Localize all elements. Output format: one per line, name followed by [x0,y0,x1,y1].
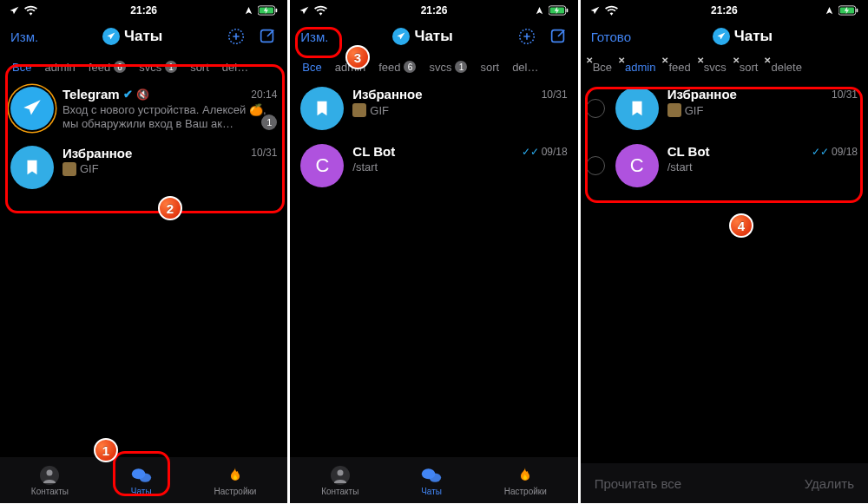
folder-tab[interactable]: admin [44,61,75,74]
folder-tab[interactable]: ✕svcs [704,61,727,74]
chat-row[interactable]: C CL Bot ✓✓09/18 /start [581,137,868,194]
chat-avatar[interactable]: C [615,144,659,187]
close-icon[interactable]: ✕ [618,56,625,65]
tab-bar: Контакты Чаты Настройки [290,456,577,503]
close-icon[interactable]: ✕ [697,56,704,65]
folder-tab[interactable]: sort [190,61,209,74]
tabbar-label: Чаты [421,487,442,496]
tabbar-contacts[interactable]: Контакты [321,465,358,496]
close-icon[interactable]: ✕ [764,56,771,65]
tabbar-settings[interactable]: Настройки [214,465,256,496]
chat-timestamp: ✓✓09/18 [812,146,858,158]
folder-tab[interactable]: del… [512,61,538,74]
folder-tab[interactable]: ✕delete [771,61,801,74]
select-circle[interactable] [586,99,605,118]
select-circle[interactable] [586,156,605,175]
status-bar: 21:26 [0,0,287,19]
close-icon[interactable]: ✕ [586,56,593,65]
tab-label: svcs [139,61,161,74]
tabbar-chats[interactable]: Чаты [131,465,152,496]
close-icon[interactable]: ✕ [733,56,740,65]
chat-avatar[interactable]: C [300,144,344,187]
chat-name: Избранное [667,87,737,101]
close-icon[interactable]: ✕ [661,56,668,65]
tab-bar: Контакты Чаты Настройки [0,456,287,503]
title-text: Чаты [414,28,452,45]
chat-avatar[interactable] [300,87,344,130]
edit-button[interactable]: Изм. [10,29,38,44]
chat-row[interactable]: C CL Bot ✓✓09/18 /start [290,137,577,194]
folder-tab[interactable]: ✕Все [593,61,612,74]
muted-icon: 🔇 [136,88,149,101]
status-time: 21:26 [290,4,577,16]
settings-icon [225,465,246,486]
unread-badge: 1 [261,115,277,130]
folder-tab[interactable]: ✕admin [625,61,655,74]
new-folder-icon[interactable] [227,27,246,46]
folder-tab[interactable]: feed6 [378,61,416,74]
tab-label: feed [89,61,110,74]
chat-name: Telegram✔︎🔇 [62,87,149,101]
folder-tab[interactable]: del… [222,61,248,74]
gif-thumb-icon [667,103,681,117]
tab-label: del… [512,61,538,74]
tabbar-chats[interactable]: Чаты [421,465,442,496]
phone-screen: 21:26 Изм. Чаты Всеadminfeed6svcs1sortde… [0,0,287,503]
edit-button[interactable]: Готово [591,29,631,44]
chat-row[interactable]: Избранное 10/31 GIF [0,139,287,196]
chat-preview: /start [667,160,858,173]
header: Изм. Чаты [290,19,577,54]
phone-screen: 21:26 Изм. Чаты Всеadminfeed6svcs1sortde… [290,0,577,503]
svg-point-17 [429,473,441,481]
chat-row[interactable]: Telegram✔︎🔇 20:14 Вход с нового устройст… [0,80,287,139]
folder-tab[interactable]: ✕feed [668,61,690,74]
folder-tab[interactable]: sort [480,61,499,74]
chat-name: Избранное [62,146,132,160]
tab-label: del… [222,61,248,74]
tab-label: Все [302,61,321,74]
folder-tab[interactable]: svcs1 [139,61,177,74]
header-actions [854,29,858,44]
header: Изм. Чаты [0,19,287,54]
folder-tab[interactable]: feed6 [89,61,126,74]
contacts-icon [330,465,351,486]
folder-tab[interactable]: Все [302,61,321,74]
chat-list: Избранное 10/31 GIF C CL Bot ✓✓09/18 /st… [290,80,577,194]
tabbar-settings[interactable]: Настройки [504,465,547,496]
chat-timestamp: 20:14 [251,88,277,101]
folder-tab[interactable]: admin [335,61,365,74]
header-title: Чаты [102,28,162,45]
tabbar-label: Настройки [214,487,256,496]
folder-tab[interactable]: Все [12,61,31,74]
phone-screen: 21:26 Готово Чаты ✕Все✕admin✕feed✕svcs✕s… [581,0,868,503]
tab-label: delete [771,61,801,74]
chat-row[interactable]: Избранное 10/31 GIF [290,80,577,137]
tab-label: admin [625,61,655,74]
chats-icon [421,465,442,486]
header-actions [227,27,277,46]
chat-avatar[interactable] [10,87,54,130]
tab-count: 6 [404,61,416,73]
folder-tab[interactable]: ✕sort [740,61,759,74]
chat-avatar[interactable] [10,146,54,189]
chat-timestamp: 10/31 [251,147,277,159]
tab-label: admin [335,61,365,74]
tab-label: Все [593,61,612,74]
tabbar-label: Контакты [31,487,69,496]
compose-icon[interactable] [549,27,568,46]
tabbar-contacts[interactable]: Контакты [31,465,69,496]
read-all-button[interactable]: Прочитать все [595,476,682,491]
edit-button[interactable]: Изм. [300,29,328,44]
chat-list: Telegram✔︎🔇 20:14 Вход с нового устройст… [0,80,287,196]
folder-tab[interactable]: svcs1 [429,61,467,74]
chat-timestamp: 10/31 [542,88,568,101]
compose-icon[interactable] [258,27,277,46]
chat-name: Избранное [352,87,422,101]
gif-thumb-icon [62,162,76,176]
svg-point-15 [337,469,343,475]
telegram-logo-icon [713,28,730,45]
new-folder-icon[interactable] [517,27,536,46]
chat-avatar[interactable] [615,87,659,130]
chat-row[interactable]: Избранное 10/31 GIF [581,80,868,137]
delete-button[interactable]: Удалить [805,476,854,491]
